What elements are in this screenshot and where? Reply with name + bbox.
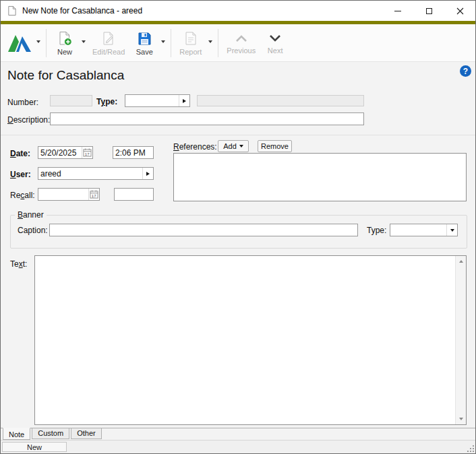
recall-calendar-button[interactable]: 17 xyxy=(88,189,99,200)
time-field[interactable] xyxy=(113,146,154,159)
save-dropdown-caret-icon[interactable] xyxy=(161,40,165,45)
toolbar-separator xyxy=(171,29,171,57)
caption-buttons xyxy=(382,1,475,21)
app-logo-button[interactable] xyxy=(5,28,34,59)
type-lookup-button[interactable] xyxy=(179,95,189,106)
scroll-up-button[interactable] xyxy=(456,256,466,267)
save-icon xyxy=(136,30,152,46)
references-label: References: xyxy=(173,142,217,152)
save-button[interactable]: Save xyxy=(129,28,159,58)
banner-type-dropdown-button[interactable] xyxy=(446,224,457,236)
window-title: New Note for Casablanca - areed xyxy=(22,6,142,15)
number-label: Number: xyxy=(7,98,38,107)
scroll-down-button[interactable] xyxy=(456,414,466,424)
help-button[interactable]: ? xyxy=(460,65,471,77)
banner-group-legend: Banner xyxy=(15,210,47,220)
recall-time-field[interactable] xyxy=(114,188,154,201)
maximize-icon xyxy=(426,8,432,14)
report-icon xyxy=(183,30,199,46)
status-text: New xyxy=(27,443,42,451)
date-calendar-button[interactable]: 17 xyxy=(82,147,92,158)
type-description-field[interactable] xyxy=(197,95,364,106)
date-field[interactable]: 17 xyxy=(38,146,93,159)
recall-date-field[interactable]: 17 xyxy=(38,188,100,201)
new-dropdown-caret-icon[interactable] xyxy=(82,40,86,45)
note-text-input[interactable] xyxy=(35,256,455,424)
references-remove-button[interactable]: Remove xyxy=(258,140,292,152)
report-dropdown-caret-icon[interactable] xyxy=(208,40,212,45)
toolbar-separator xyxy=(218,29,218,57)
help-icon: ? xyxy=(463,67,468,76)
references-add-button[interactable]: Add xyxy=(218,140,249,152)
close-icon xyxy=(456,7,464,15)
caption-label: Caption: xyxy=(18,226,48,235)
down-triangle-icon xyxy=(239,145,243,148)
description-field[interactable] xyxy=(50,112,364,125)
edit-read-icon xyxy=(100,30,117,46)
new-button-label: New xyxy=(57,48,72,56)
scrollbar-track[interactable] xyxy=(456,267,466,414)
toolbar-separator xyxy=(46,29,47,57)
banner-type-combo[interactable] xyxy=(390,224,458,236)
app-window: New Note for Casablanca - areed xyxy=(0,0,476,454)
minimize-button[interactable] xyxy=(382,1,413,21)
previous-button[interactable]: Previous xyxy=(222,30,260,57)
note-text-area xyxy=(34,255,467,425)
toolbar: New Edit/Read Save xyxy=(1,24,475,62)
banner-type-input[interactable] xyxy=(390,224,446,236)
vertical-scrollbar[interactable] xyxy=(455,256,466,424)
save-button-label: Save xyxy=(136,48,153,56)
new-button[interactable]: New xyxy=(50,28,80,58)
type-label: Type: xyxy=(96,97,117,106)
tab-note-label: Note xyxy=(9,430,24,439)
svg-text:17: 17 xyxy=(92,194,96,198)
report-button[interactable]: Report xyxy=(175,28,206,58)
text-label: Text: xyxy=(10,259,27,269)
resize-grip[interactable] xyxy=(467,445,475,453)
report-button-label: Report xyxy=(179,48,202,56)
right-triangle-icon xyxy=(183,99,186,103)
up-triangle-icon xyxy=(459,260,463,263)
add-button-label: Add xyxy=(223,142,237,150)
type-combo[interactable] xyxy=(125,94,190,107)
resize-grip-icon xyxy=(467,445,475,453)
references-list[interactable] xyxy=(173,153,467,201)
banner-type-label: Type: xyxy=(367,226,386,235)
calendar-icon: 17 xyxy=(83,148,92,157)
recall-label: Recall: xyxy=(10,191,35,200)
number-field[interactable] xyxy=(50,95,92,106)
tab-custom[interactable]: Custom xyxy=(32,428,69,439)
svg-text:17: 17 xyxy=(85,152,90,156)
user-input[interactable] xyxy=(38,168,142,179)
minimize-icon xyxy=(394,11,401,11)
user-combo[interactable] xyxy=(38,167,154,180)
tab-strip: Note Custom Other xyxy=(1,428,476,441)
chevron-down-icon xyxy=(267,32,283,45)
down-triangle-icon xyxy=(459,418,463,420)
remove-button-label: Remove xyxy=(261,142,289,150)
user-lookup-button[interactable] xyxy=(142,168,153,179)
tab-note[interactable]: Note xyxy=(3,428,30,440)
user-label: User: xyxy=(10,170,31,179)
caption-field[interactable] xyxy=(49,224,358,236)
status-bar: New xyxy=(1,440,475,453)
down-triangle-icon xyxy=(450,229,454,232)
calendar-icon: 17 xyxy=(90,190,98,199)
tab-other[interactable]: Other xyxy=(71,428,102,439)
date-label: Date: xyxy=(10,149,30,158)
date-input[interactable] xyxy=(38,147,82,158)
next-button[interactable]: Next xyxy=(260,30,290,57)
chevron-up-icon xyxy=(233,32,249,45)
right-triangle-icon xyxy=(146,172,150,176)
close-button[interactable] xyxy=(444,1,475,21)
tab-other-label: Other xyxy=(77,429,96,437)
type-input[interactable] xyxy=(125,95,179,106)
maximize-button[interactable] xyxy=(413,1,444,21)
logo-dropdown-caret-icon[interactable] xyxy=(36,40,40,45)
recall-date-input[interactable] xyxy=(38,189,88,200)
titlebar: New Note for Casablanca - areed xyxy=(1,1,475,21)
edit-read-button[interactable]: Edit/Read xyxy=(88,28,129,58)
next-button-label: Next xyxy=(268,46,283,55)
previous-button-label: Previous xyxy=(227,46,256,55)
new-note-icon xyxy=(57,30,73,46)
